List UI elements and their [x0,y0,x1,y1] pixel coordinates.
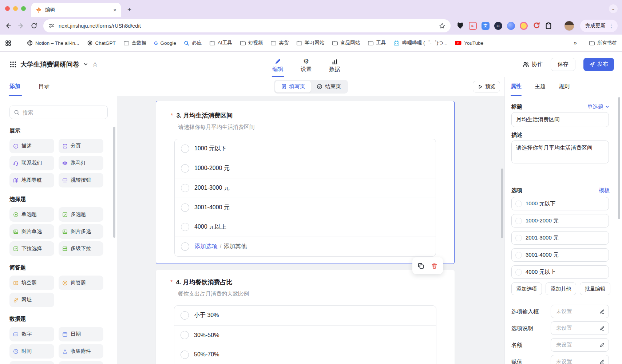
preview-button[interactable]: 预览 [473,81,500,92]
question-card-3[interactable]: * 3. 月均生活消费区间 请选择你每月平均生活消费区间 1000 元以下 10… [156,101,455,264]
field-item-dropdown[interactable]: 下拉选择 [9,241,54,256]
save-button[interactable]: 保存 [551,58,575,71]
bookmark-folder-tools[interactable]: 工具 [368,40,386,46]
field-item-single-choice[interactable]: 单选题 [9,207,54,222]
url-bar[interactable]: next.jinshuju.net/forms/rUSh8d/edit [43,19,451,32]
bookmark-folder-video[interactable]: 短视频 [240,40,263,46]
radio-circle[interactable] [181,331,189,339]
collaborate-button[interactable]: 协作 [523,61,543,68]
nav-tab-edit[interactable]: 编辑 [272,52,284,77]
panel-tab-rules[interactable]: 规则 [559,77,570,96]
bookmark-star-icon[interactable] [439,23,445,29]
profile-avatar[interactable] [564,21,574,31]
field-item-pagebreak[interactable]: 分页 [59,139,103,153]
ext-loop-arrow-icon[interactable] [532,22,540,29]
panel-scrollbar[interactable] [618,97,620,219]
ext-shield-icon[interactable] [456,22,464,29]
bookmark-bing[interactable]: 必应 [184,40,202,46]
field-item-marquee[interactable]: 跑马灯 [59,156,103,170]
sidebar-tab-outline[interactable]: 目录 [39,77,49,96]
question-title[interactable]: 3. 月均生活消费区间 [177,111,233,120]
option-row[interactable]: 3001-4000 元 [175,198,436,217]
field-item-fill-blank[interactable]: 填空题 [9,276,54,290]
bookmarks-overflow-chevron[interactable]: » [574,40,577,46]
ext-color-circle-icon[interactable] [520,22,528,30]
field-item-image-single[interactable]: 图片单选 [9,224,54,239]
field-item-multi-choice[interactable]: 多选题 [59,207,103,222]
radio-circle[interactable] [181,203,189,212]
field-item-contact[interactable]: 联系我们 [9,156,54,170]
bookmark-youtube[interactable]: YouTube [455,40,483,46]
tab-search-chevron-icon[interactable]: ⌄ [609,4,618,13]
panel-option-row[interactable]: 1000-2000 元 [511,214,609,228]
ext-translate-icon[interactable]: 文 [482,22,490,30]
field-item-image-multi[interactable]: 图片多选 [59,224,103,239]
bookmark-notion[interactable]: Notion – The all-in... [27,40,79,46]
bookmark-google[interactable]: GGoogle [154,40,176,46]
bookmark-folder-ai[interactable]: AI工具 [209,40,232,46]
ext-face-icon[interactable]: •• [494,22,502,30]
bookmark-chatgpt[interactable]: ChatGPT [87,40,116,46]
edit-pencil-icon[interactable] [599,309,605,314]
question-title[interactable]: 4. 月均餐饮消费占比 [176,278,233,286]
prop-quota-setting[interactable]: 未设置 [551,338,609,352]
option-row[interactable]: 2001-3000 元 [175,178,436,198]
trash-icon[interactable] [431,262,438,269]
field-item-cutoff-2[interactable] [59,361,103,364]
add-other-button[interactable]: 添加其他 [546,282,576,295]
question-description[interactable]: 餐饮支出占月消费的大致比例 [178,290,455,297]
option-row[interactable]: 50%-70% [174,345,436,364]
question-card-4[interactable]: * 4. 月均餐饮消费占比 餐饮支出占月消费的大致比例 小于 30% 30%-5… [156,270,455,364]
field-item-time[interactable]: 时间 [9,344,54,359]
panel-tab-properties[interactable]: 属性 [511,77,522,96]
radio-circle[interactable] [181,223,189,231]
back-icon[interactable] [4,22,12,29]
template-link[interactable]: 模板 [599,187,610,194]
field-item-description[interactable]: 描述 [9,139,54,153]
prop-score-setting[interactable]: 未设置 [551,355,609,364]
new-tab-button[interactable]: + [127,6,131,14]
edit-pencil-icon[interactable] [599,342,605,348]
bookmark-folder-sell[interactable]: 卖货 [270,40,289,46]
prop-option-note-setting[interactable]: 未设置 [551,321,609,335]
field-item-date[interactable]: 日期 [59,327,103,341]
radio-circle[interactable] [181,184,189,192]
publish-button[interactable]: 发布 [583,58,614,71]
question-description-input[interactable]: 请选择你每月平均生活消费区间 [511,141,609,163]
apps-grid-icon[interactable] [5,40,11,46]
bookmark-folder-study[interactable]: 学习网站 [296,40,324,46]
all-bookmarks-button[interactable]: 所有书签 [589,40,617,46]
field-item-cascade[interactable]: 多级下拉 [59,241,103,256]
ext-clipboard-icon[interactable] [545,22,552,29]
field-item-cutoff[interactable] [9,361,54,364]
apps-menu-icon[interactable] [9,61,17,68]
toggle-fill-page[interactable]: 填写页 [275,81,311,92]
bookmark-folder-competitor[interactable]: 竞品网站 [332,40,360,46]
search-input[interactable] [23,110,95,115]
question-title-input[interactable] [511,112,609,127]
edit-pencil-icon[interactable] [599,359,605,364]
field-item-attachment[interactable]: 收集附件 [59,344,103,359]
option-row[interactable]: 4000 元以上 [175,217,436,237]
field-item-jump-button[interactable]: 跳转按钮 [59,173,103,187]
add-option-button[interactable]: 添加选项 [511,282,542,295]
field-item-map[interactable]: 地图导航 [9,173,54,187]
field-item-url[interactable]: 网址 [9,293,54,307]
panel-option-row[interactable]: 1000 元以下 [511,197,609,210]
form-title-chevron-icon[interactable] [83,62,88,67]
nav-tab-data[interactable]: 数据 [328,52,341,77]
sidebar-scrollbar[interactable] [113,127,115,238]
panel-option-row[interactable]: 2001-3000 元 [511,231,609,245]
batch-edit-button[interactable]: 批量编辑 [580,282,610,295]
copy-icon[interactable] [417,262,424,269]
option-row[interactable]: 30%-50% [174,325,436,345]
edit-pencil-icon[interactable] [599,325,605,331]
question-description[interactable]: 请选择你每月平均生活消费区间 [178,124,454,131]
panel-tab-theme[interactable]: 主题 [535,77,546,96]
nav-tab-settings[interactable]: ⚙ 设置 [300,52,312,77]
sidebar-search[interactable] [9,106,108,119]
forward-icon[interactable] [17,22,25,29]
prop-option-input-setting[interactable]: 未设置 [551,305,609,318]
ext-tv-icon[interactable]: ▶ [469,22,477,30]
canvas-scrollbar[interactable] [501,169,503,238]
